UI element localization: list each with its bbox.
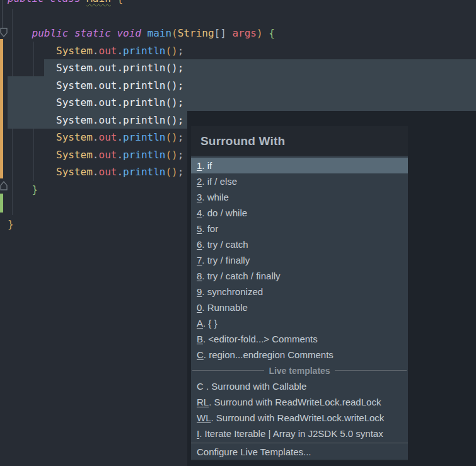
code-token xyxy=(8,96,56,108)
code-token: () xyxy=(165,114,177,126)
menu-item-label: region...endregion Comments xyxy=(209,349,334,360)
code-token: . xyxy=(117,96,123,108)
separator-line xyxy=(335,370,407,371)
menu-item-label: <editor-fold...> Comments xyxy=(208,334,317,344)
menu-item[interactable]: A. { } xyxy=(191,315,408,331)
code-line[interactable]: public static void main(String[] args) { xyxy=(8,25,275,42)
code-line[interactable] xyxy=(8,8,275,25)
code-token: ; xyxy=(178,131,184,143)
menu-item[interactable]: 7. try / finally xyxy=(191,252,408,268)
code-token: System xyxy=(56,45,93,57)
code-token xyxy=(263,27,269,39)
menu-item-mnemonic: 1 xyxy=(197,160,202,171)
code-token: . xyxy=(117,79,123,91)
separator-live-templates: Live templates xyxy=(191,363,408,378)
menu-item[interactable]: Configure Live Templates... xyxy=(191,444,408,460)
menu-item[interactable]: 0. Runnable xyxy=(191,300,408,315)
code-token: . xyxy=(93,45,99,57)
code-token: ( xyxy=(171,27,178,39)
code-token: out xyxy=(99,166,117,178)
surround-with-popup: Surround With 1. if2. if / else3. while4… xyxy=(191,126,408,461)
menu-item[interactable]: I. Iterate Iterable | Array in J2SDK 5.0… xyxy=(191,426,408,441)
code-token: ) xyxy=(257,27,263,39)
code-token: { xyxy=(117,0,123,4)
gutter-added-lines-marker[interactable] xyxy=(0,194,3,213)
code-token: ; xyxy=(178,166,184,178)
code-token: System xyxy=(56,62,93,74)
menu-item-mnemonic: I xyxy=(197,428,199,439)
menu-item-label: Configure Live Templates... xyxy=(197,446,311,457)
code-token xyxy=(8,62,56,74)
menu-item[interactable]: C. region...endregion Comments xyxy=(191,347,408,363)
code-token: () xyxy=(165,131,177,143)
code-token: println xyxy=(123,114,165,126)
menu-item-label: for xyxy=(207,223,219,234)
menu-item-label: Iterate Iterable | Array in J2SDK 5.0 sy… xyxy=(205,428,383,439)
menu-item-mnemonic: 9 xyxy=(197,286,202,297)
code-token: System xyxy=(56,166,93,178)
menu-item[interactable]: WL. Surround with ReadWriteLock.writeLoc… xyxy=(191,410,408,426)
menu-item[interactable]: 3. while xyxy=(191,189,408,205)
gutter-guide-line xyxy=(2,0,3,28)
code-token: class xyxy=(50,0,86,4)
code-token xyxy=(8,79,56,91)
code-line[interactable]: System.out.println(); xyxy=(8,42,275,60)
menu-item-mnemonic: 2 xyxy=(197,176,202,187)
code-token: . xyxy=(93,149,99,161)
menu-item-label: if xyxy=(207,160,212,171)
code-token xyxy=(8,114,56,126)
menu-item-mnemonic: 0 xyxy=(197,302,202,313)
menu-item[interactable]: 4. do / while xyxy=(191,205,408,221)
menu-item[interactable]: B. <editor-fold...> Comments xyxy=(191,331,408,347)
menu-item[interactable]: 2. if / else xyxy=(191,173,408,189)
menu-item-mnemonic: RL xyxy=(197,397,209,407)
menu-item-mnemonic: 8 xyxy=(197,271,202,281)
code-token: println xyxy=(123,149,165,161)
code-line[interactable]: public class Main { xyxy=(8,0,275,8)
code-line[interactable]: System.out.println(); xyxy=(8,59,275,77)
code-token: out xyxy=(99,96,117,108)
separator-line xyxy=(191,443,408,443)
code-token: Main xyxy=(86,0,111,4)
code-token: ; xyxy=(178,62,184,74)
code-token: { xyxy=(269,27,275,39)
code-token xyxy=(8,45,56,57)
code-token: . xyxy=(117,131,123,143)
code-token: } xyxy=(8,218,14,230)
code-token: out xyxy=(99,45,117,57)
code-token: System xyxy=(56,114,93,126)
gutter-modified-lines-marker[interactable] xyxy=(0,39,3,178)
menu-item[interactable]: 8. try / catch / finally xyxy=(191,268,408,284)
code-token: () xyxy=(165,166,177,178)
menu-item-label: do / while xyxy=(207,207,247,218)
code-token: () xyxy=(165,96,177,108)
code-token: . xyxy=(117,114,123,126)
menu-item[interactable]: 1. if xyxy=(191,158,408,173)
code-token: out xyxy=(99,149,117,161)
code-token xyxy=(8,183,32,195)
code-token: . xyxy=(93,166,99,178)
code-token xyxy=(8,166,56,178)
menu-item[interactable]: 9. synchronized xyxy=(191,284,408,300)
menu-item-mnemonic: B xyxy=(197,334,203,344)
code-token: public xyxy=(8,0,50,4)
menu-item-label: Surround with ReadWriteLock.writeLock xyxy=(216,412,385,423)
code-token: [] xyxy=(214,27,233,39)
code-line[interactable]: System.out.println(); xyxy=(8,77,275,95)
code-token: println xyxy=(123,45,165,57)
menu-item[interactable]: 5. for xyxy=(191,221,408,236)
code-token: } xyxy=(32,183,38,195)
code-token: () xyxy=(165,45,177,57)
menu-item-label: if / else xyxy=(207,176,238,187)
code-token xyxy=(8,149,56,161)
menu-item-mnemonic: 7 xyxy=(197,255,202,265)
menu-item[interactable]: C . Surround with Callable xyxy=(191,378,408,394)
menu-item[interactable]: 6. try / catch xyxy=(191,236,408,252)
menu-item[interactable]: RL. Surround with ReadWriteLock.readLock xyxy=(191,394,408,410)
code-token: println xyxy=(123,79,165,91)
menu-item-mnemonic: 3 xyxy=(197,192,202,202)
menu-item-label: Surround with ReadWriteLock.readLock xyxy=(214,397,381,407)
code-line[interactable]: System.out.println(); xyxy=(8,94,275,112)
menu-item-label: Runnable xyxy=(207,302,248,313)
code-token: . xyxy=(117,45,123,57)
